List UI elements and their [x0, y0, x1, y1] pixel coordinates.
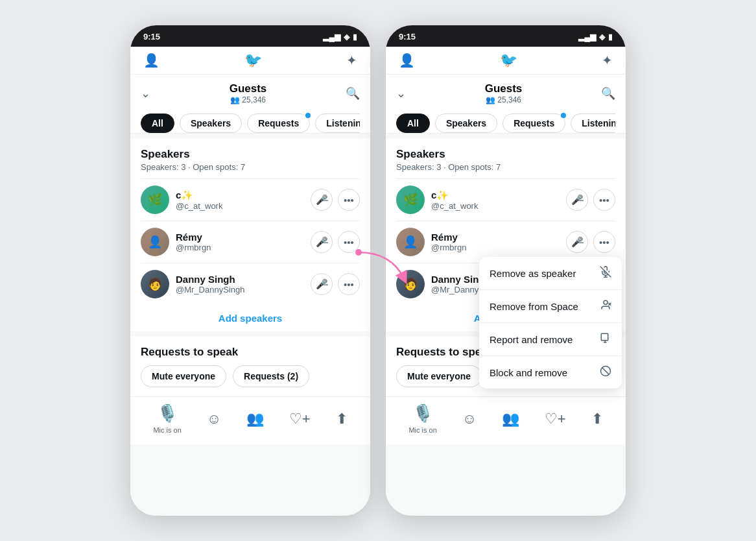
- people-btn-right[interactable]: 👥: [502, 411, 519, 427]
- heart-btn-left[interactable]: ♡+: [289, 411, 311, 427]
- tab-requests-left[interactable]: Requests: [247, 114, 310, 133]
- tab-speakers-right[interactable]: Speakers: [435, 114, 497, 133]
- speaker-actions-c-right: 🎤̶ •••: [566, 189, 615, 211]
- emoji-btn-right[interactable]: ☺: [462, 411, 477, 427]
- guests-title-center-left: Guests 👥 25,346: [230, 82, 267, 104]
- speaker-actions-remy-right: 🎤̶ ••• Remove as speaker: [566, 231, 615, 253]
- guests-header-right: ⌄ Guests 👥 25,346 🔍 All Speakers Request…: [386, 75, 626, 134]
- time-right: 9:15: [399, 32, 416, 42]
- status-icons-right: ▂▄▆ ◈ ▮: [578, 32, 613, 42]
- dropdown-block-remove[interactable]: Block and remove: [479, 356, 622, 389]
- mic-btn-right[interactable]: 🎙️ Mic is on: [408, 403, 436, 434]
- profile-icon-left[interactable]: 👤: [143, 53, 159, 68]
- phone-content-right: ⌄ Guests 👥 25,346 🔍 All Speakers Request…: [386, 75, 626, 516]
- speaker-actions-c-left: 🎤̶ •••: [311, 189, 360, 211]
- chevron-back-right[interactable]: ⌄: [396, 86, 406, 101]
- chevron-back-left[interactable]: ⌄: [141, 86, 150, 101]
- battery-icon-left: ▮: [353, 32, 357, 42]
- bottom-bar-left: 🎙️ Mic is on ☺ 👥 ♡+ ⬆: [130, 396, 370, 444]
- mute-everyone-btn-left[interactable]: Mute everyone: [141, 365, 226, 387]
- mute-everyone-btn-right[interactable]: Mute everyone: [396, 365, 482, 387]
- dropdown-remove-speaker[interactable]: Remove as speaker: [479, 257, 622, 290]
- profile-icon-right[interactable]: 👤: [399, 53, 415, 68]
- time-left: 9:15: [143, 32, 160, 42]
- add-speakers-left[interactable]: Add speakers: [141, 305, 360, 331]
- requests-section-left: Requests to speak Mute everyone Requests…: [130, 337, 370, 396]
- page-wrapper: 9:15 ▂▄▆ ◈ ▮ 👤 🐦 ✦ ⌄: [117, 12, 639, 529]
- avatar-remy-right: 👤: [396, 228, 425, 256]
- search-btn-left[interactable]: 🔍: [346, 86, 360, 101]
- speaker-item-remy-right: 👤 Rémy @rmbrgn 🎤̶ •••: [396, 221, 615, 263]
- speaker-handle-danny-left: @Mr_DannySingh: [176, 285, 311, 295]
- people-btn-left[interactable]: 👥: [246, 411, 264, 427]
- speaker-item-c-right: 🌿 c✨ @c_at_work 🎤̶ •••: [396, 178, 615, 221]
- guests-title-right: Guests: [485, 82, 523, 95]
- more-btn-remy-right[interactable]: •••: [593, 231, 615, 253]
- more-btn-danny-left[interactable]: •••: [338, 273, 360, 295]
- search-btn-right[interactable]: 🔍: [601, 86, 615, 101]
- requests-title-left: Requests to speak: [141, 346, 360, 359]
- avatar-danny-left: 🧑: [141, 270, 169, 298]
- avatar-danny-right: 🧑: [396, 270, 425, 298]
- mic-icon-left: 🎙️: [157, 403, 178, 424]
- mic-icon-right: 🎙️: [412, 403, 433, 424]
- right-phone: 9:15 ▂▄▆ ◈ ▮ 👤 🐦 ✦ ⌄: [386, 25, 626, 516]
- speakers-subtitle-right: Speakers: 3 · Open spots: 7: [396, 162, 615, 172]
- speaker-info-c-left: c✨ @c_at_work: [176, 189, 311, 211]
- mic-btn-left[interactable]: 🎙️ Mic is on: [153, 403, 181, 434]
- mute-btn-remy-left[interactable]: 🎤̶: [311, 231, 333, 253]
- speaker-name-c-right: c✨: [431, 189, 566, 201]
- battery-icon-right: ▮: [608, 32, 613, 42]
- sparkle-nav-icon-left[interactable]: ✦: [346, 53, 357, 68]
- emoji-btn-left[interactable]: ☺: [207, 411, 221, 427]
- twitter-bird-left: 🐦: [244, 52, 262, 69]
- share-btn-right[interactable]: ⬆: [591, 411, 603, 427]
- mute-btn-danny-left[interactable]: 🎤̶: [311, 273, 333, 295]
- mute-btn-c-right[interactable]: 🎤̶: [566, 189, 588, 211]
- more-btn-c-left[interactable]: •••: [338, 189, 360, 211]
- twitter-nav-left: 👤 🐦 ✦: [130, 47, 370, 75]
- speaker-item-c-left: 🌿 c✨ @c_at_work 🎤̶ •••: [141, 178, 360, 221]
- speaker-actions-danny-left: 🎤̶ •••: [311, 273, 360, 295]
- dropdown-remove-space-label: Remove from Space: [490, 301, 578, 312]
- signal-icon-left: ▂▄▆: [323, 32, 340, 42]
- guests-title-row-left: ⌄ Guests 👥 25,346 🔍: [141, 82, 360, 108]
- guests-title-center-right: Guests 👥 25,346: [485, 82, 523, 104]
- left-phone: 9:15 ▂▄▆ ◈ ▮ 👤 🐦 ✦ ⌄: [130, 25, 370, 516]
- status-icons-left: ▂▄▆ ◈ ▮: [323, 32, 357, 42]
- people-icon-left: 👥: [246, 411, 264, 427]
- tab-all-right[interactable]: All: [396, 114, 430, 133]
- emoji-icon-left: ☺: [207, 411, 221, 427]
- svg-line-11: [602, 368, 609, 375]
- tab-requests-right[interactable]: Requests: [502, 114, 565, 133]
- more-btn-remy-left[interactable]: •••: [338, 231, 360, 253]
- sparkle-nav-icon-right[interactable]: ✦: [602, 53, 613, 68]
- emoji-icon-right: ☺: [462, 411, 477, 427]
- speaker-info-c-right: c✨ @c_at_work: [431, 189, 566, 211]
- tab-listening-left[interactable]: Listening: [315, 114, 360, 133]
- bottom-bar-right: 🎙️ Mic is on ☺ 👥 ♡+ ⬆: [386, 396, 626, 444]
- share-icon-left: ⬆: [336, 411, 348, 427]
- twitter-nav-right: 👤 🐦 ✦: [386, 47, 626, 75]
- avatar-c-right: 🌿: [396, 186, 425, 214]
- tab-listening-right[interactable]: Listening: [571, 114, 615, 133]
- dropdown-report-remove[interactable]: Report and remove: [479, 323, 622, 356]
- remove-speaker-icon: [600, 266, 611, 280]
- requests-btns-left: Mute everyone Requests (2): [141, 365, 360, 387]
- guests-title-row-right: ⌄ Guests 👥 25,346 🔍: [396, 82, 615, 108]
- guests-count-left: 👥 25,346: [230, 95, 267, 104]
- mic-label-right: Mic is on: [408, 426, 436, 434]
- tab-all-left[interactable]: All: [141, 114, 174, 133]
- more-btn-c-right[interactable]: •••: [593, 189, 615, 211]
- speaker-handle-remy-right: @rmbrgn: [431, 243, 566, 252]
- dropdown-remove-space[interactable]: Remove from Space: [479, 290, 622, 323]
- dropdown-report-remove-label: Report and remove: [490, 334, 573, 345]
- share-btn-left[interactable]: ⬆: [336, 411, 348, 427]
- tab-speakers-left[interactable]: Speakers: [180, 114, 242, 133]
- speakers-subtitle-left: Speakers: 3 · Open spots: 7: [141, 162, 360, 172]
- requests-count-btn-left[interactable]: Requests (2): [233, 365, 309, 387]
- mute-btn-c-left[interactable]: 🎤̶: [311, 189, 333, 211]
- mute-btn-remy-right[interactable]: 🎤̶: [566, 231, 588, 253]
- heart-btn-right[interactable]: ♡+: [545, 411, 566, 427]
- speaker-handle-c-left: @c_at_work: [176, 201, 311, 211]
